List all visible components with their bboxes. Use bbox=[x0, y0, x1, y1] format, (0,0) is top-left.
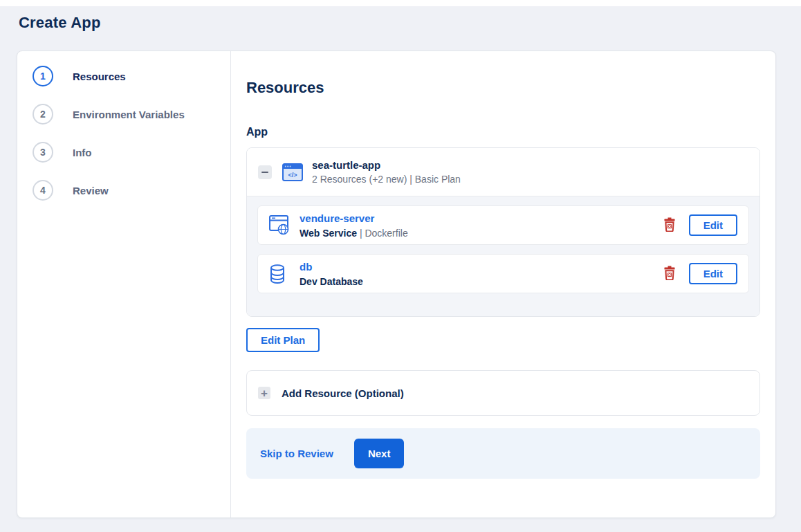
app-group-header: </> sea-turtle-app 2 Resources (+2 new) … bbox=[247, 148, 759, 196]
resource-text-block: db Dev Database bbox=[300, 261, 363, 287]
step-info[interactable]: 3 Info bbox=[33, 142, 230, 163]
create-app-panel: 1 Resources 2 Environment Variables 3 In… bbox=[17, 51, 776, 518]
top-white-strip bbox=[0, 0, 801, 6]
step-resources[interactable]: 1 Resources bbox=[33, 66, 230, 86]
step-label: Resources bbox=[73, 71, 126, 82]
database-icon bbox=[269, 264, 291, 284]
collapse-app-group-button[interactable] bbox=[258, 165, 272, 179]
edit-resource-button[interactable]: Edit bbox=[689, 263, 737, 284]
minus-icon bbox=[261, 172, 268, 173]
app-section-label: App bbox=[246, 126, 760, 138]
step-number-circle: 2 bbox=[33, 104, 53, 125]
step-number-circle: 4 bbox=[33, 180, 53, 201]
step-review[interactable]: 4 Review bbox=[33, 180, 230, 201]
edit-plan-button[interactable]: Edit Plan bbox=[246, 328, 320, 352]
step-environment-variables[interactable]: 2 Environment Variables bbox=[33, 104, 230, 125]
skip-to-review-link[interactable]: Skip to Review bbox=[260, 448, 333, 459]
resource-type: Dev Database bbox=[300, 276, 363, 287]
add-resource-label: Add Resource (Optional) bbox=[282, 387, 404, 399]
resource-type: Web Service bbox=[300, 228, 357, 239]
app-group-card: </> sea-turtle-app 2 Resources (+2 new) … bbox=[246, 147, 760, 317]
resources-step-content: Resources App </> bbox=[231, 51, 775, 517]
step-label: Info bbox=[73, 147, 92, 158]
step-label: Environment Variables bbox=[73, 109, 185, 120]
content-heading: Resources bbox=[246, 79, 760, 97]
app-window-code-icon: </> bbox=[282, 163, 303, 181]
wizard-stepper: 1 Resources 2 Environment Variables 3 In… bbox=[17, 51, 231, 517]
resource-subtitle: Dev Database bbox=[300, 276, 363, 287]
page-title: Create App bbox=[19, 14, 801, 32]
plus-icon: + bbox=[258, 387, 270, 399]
add-resource-card[interactable]: + Add Resource (Optional) bbox=[246, 370, 760, 416]
resource-row-db: db Dev Database bbox=[257, 254, 749, 293]
resource-subtitle: Web Service | Dockerfile bbox=[300, 228, 408, 239]
app-name: sea-turtle-app bbox=[312, 159, 461, 171]
delete-resource-button[interactable] bbox=[661, 263, 679, 285]
step-number-circle: 3 bbox=[33, 142, 53, 163]
trash-icon bbox=[663, 266, 676, 282]
resource-row-vendure-server: vendure-server Web Service | Dockerfile bbox=[257, 205, 749, 245]
resource-type-detail: | Dockerfile bbox=[357, 228, 408, 239]
resource-name-link[interactable]: db bbox=[300, 261, 312, 273]
app-group-title-block: sea-turtle-app 2 Resources (+2 new) | Ba… bbox=[312, 159, 461, 185]
trash-icon bbox=[663, 217, 676, 234]
step-label: Review bbox=[73, 185, 109, 196]
app-summary: 2 Resources (+2 new) | Basic Plan bbox=[312, 174, 461, 185]
resource-text-block: vendure-server Web Service | Dockerfile bbox=[300, 212, 408, 239]
app-group-resources: vendure-server Web Service | Dockerfile bbox=[247, 196, 759, 316]
svg-text:</>: </> bbox=[288, 172, 297, 178]
delete-resource-button[interactable] bbox=[661, 214, 679, 237]
web-service-globe-icon bbox=[269, 215, 291, 235]
resource-name-link[interactable]: vendure-server bbox=[300, 212, 374, 224]
wizard-footer-bar: Skip to Review Next bbox=[246, 428, 760, 479]
step-number-circle: 1 bbox=[33, 66, 53, 86]
next-button[interactable]: Next bbox=[354, 439, 405, 468]
edit-resource-button[interactable]: Edit bbox=[689, 214, 737, 236]
